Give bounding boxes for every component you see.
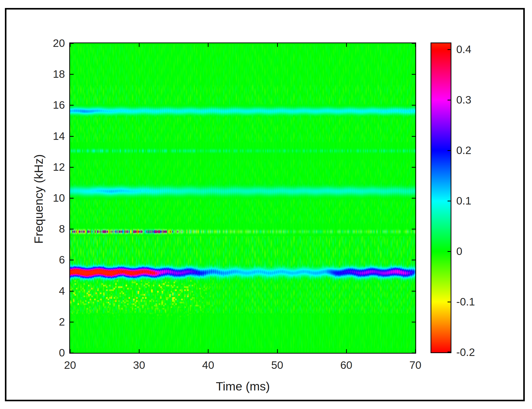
axis-tick — [208, 43, 209, 47]
axis-tick — [412, 322, 415, 322]
y-tick-label: 2 — [42, 316, 65, 328]
axis-tick — [412, 136, 415, 137]
figure-page: 203040506070 02468101214161820 Time (ms)… — [0, 0, 532, 409]
x-axis-title: Time (ms) — [166, 379, 320, 393]
axis-tick — [70, 353, 74, 353]
colorbar-tick — [448, 100, 451, 100]
colorbar-tick — [448, 150, 451, 151]
colorbar-tick — [448, 201, 451, 201]
axis-tick — [415, 349, 416, 353]
plot-area — [69, 42, 416, 354]
spectrogram-canvas — [70, 43, 415, 353]
colorbar — [431, 42, 451, 353]
axis-tick — [70, 260, 74, 260]
colorbar-tick — [448, 251, 451, 252]
axis-tick — [346, 43, 347, 47]
x-tick-label: 30 — [124, 359, 155, 371]
axis-tick — [277, 349, 278, 353]
x-tick-label: 60 — [331, 359, 362, 371]
axis-tick — [70, 229, 74, 229]
y-tick-label: 18 — [42, 68, 65, 80]
axis-tick — [70, 43, 71, 47]
colorbar-tick-label: -0.2 — [456, 346, 497, 359]
axis-tick — [412, 105, 415, 106]
y-axis-title: Frequency (kHz) — [31, 122, 46, 276]
axis-tick — [277, 43, 278, 47]
y-tick-label: 16 — [42, 99, 65, 111]
axis-tick — [412, 291, 415, 292]
axis-tick — [139, 349, 140, 353]
axis-tick — [412, 198, 415, 199]
axis-tick — [70, 322, 74, 322]
y-tick-label: 0 — [42, 347, 65, 359]
colorbar-tick-label: 0.1 — [456, 195, 497, 207]
axis-tick — [412, 353, 415, 353]
axis-tick — [70, 43, 74, 44]
x-tick-label: 50 — [262, 359, 293, 371]
y-tick-label: 20 — [42, 37, 65, 49]
axis-tick — [70, 291, 74, 292]
x-tick-label: 20 — [55, 359, 85, 371]
colorbar-gradient-canvas — [431, 43, 451, 352]
colorbar-tick-label: 0.2 — [456, 144, 497, 157]
colorbar-tick — [448, 352, 451, 352]
axis-tick — [70, 198, 74, 199]
axis-tick — [139, 43, 140, 47]
axis-tick — [70, 74, 74, 75]
axis-tick — [412, 74, 415, 75]
axis-tick — [346, 349, 347, 353]
y-tick-label: 4 — [42, 285, 65, 297]
axis-tick — [412, 167, 415, 168]
colorbar-tick — [448, 302, 451, 302]
colorbar-tick-label: 0.4 — [456, 43, 497, 56]
colorbar-tick-label: 0.3 — [456, 94, 497, 106]
x-tick-label: 40 — [193, 359, 224, 371]
x-tick-label: 70 — [400, 359, 431, 371]
axis-tick — [70, 105, 74, 106]
axis-tick — [412, 229, 415, 229]
colorbar-tick-label: -0.1 — [456, 296, 497, 308]
axis-tick — [70, 167, 74, 168]
axis-tick — [70, 136, 74, 137]
axis-tick — [412, 260, 415, 260]
axis-tick — [208, 349, 209, 353]
axis-tick — [415, 43, 416, 47]
axis-tick — [412, 43, 415, 44]
colorbar-tick-label: 0 — [456, 245, 497, 258]
axis-tick — [70, 349, 71, 353]
colorbar-tick — [448, 49, 451, 50]
